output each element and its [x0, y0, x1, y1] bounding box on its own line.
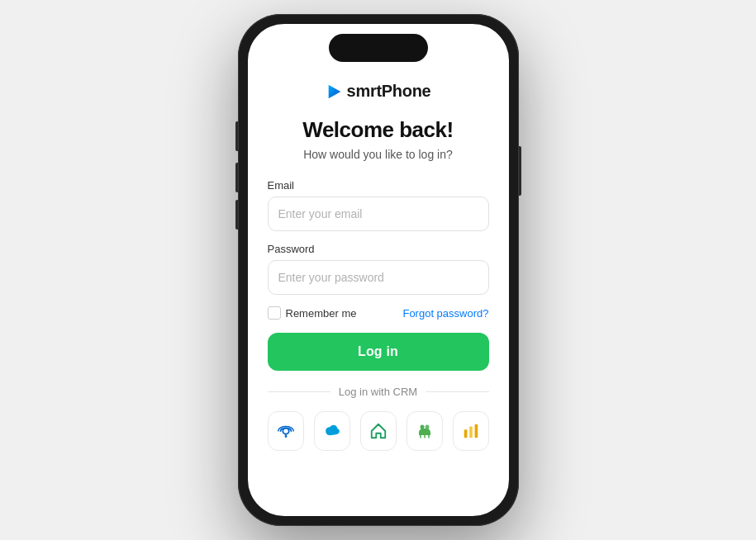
logo-smrt: smrt	[347, 82, 382, 100]
crm-podcast-button[interactable]	[268, 411, 304, 451]
salesforce-icon	[321, 423, 343, 439]
login-button[interactable]: Log in	[268, 333, 489, 371]
svg-rect-8	[474, 424, 478, 438]
crm-divider-label: Log in with CRM	[339, 386, 417, 398]
welcome-subtitle: How would you like to log in?	[303, 148, 453, 161]
logo-icon	[326, 83, 344, 101]
podcast-icon	[277, 422, 295, 440]
crm-salesforce-button[interactable]	[314, 411, 350, 451]
remember-forgot-row: Remember me Forgot password?	[268, 306, 489, 320]
svg-point-4	[420, 425, 424, 429]
logo-text: smrtPhone	[347, 82, 431, 101]
password-label: Password	[268, 243, 489, 255]
forgot-password-link[interactable]: Forgot password?	[402, 307, 488, 320]
login-form: Email Password Remember me Forgot passwo…	[268, 179, 489, 451]
crm-house-button[interactable]	[360, 411, 397, 451]
divider-line-left	[268, 391, 330, 392]
svg-marker-0	[328, 84, 340, 98]
phone-frame: smrtPhone Welcome back! How would you li…	[238, 14, 519, 526]
email-input[interactable]	[268, 197, 489, 231]
password-input[interactable]	[268, 260, 489, 295]
chart-icon	[462, 422, 480, 440]
svg-rect-7	[469, 427, 473, 438]
logo-phone: Phone	[382, 82, 431, 100]
svg-point-5	[425, 425, 429, 429]
crm-bird-button[interactable]	[407, 411, 443, 451]
email-label: Email	[268, 179, 489, 192]
remember-me-label: Remember me	[286, 307, 357, 320]
divider-line-right	[426, 391, 488, 392]
welcome-title: Welcome back!	[302, 117, 453, 143]
phone-screen: smrtPhone Welcome back! How would you li…	[248, 24, 509, 516]
crm-chart-button[interactable]	[453, 411, 489, 451]
bird-icon	[415, 421, 435, 441]
svg-rect-6	[464, 429, 467, 438]
remember-me-group: Remember me	[268, 306, 357, 320]
house-icon	[369, 422, 388, 440]
dynamic-island	[329, 34, 428, 62]
crm-divider: Log in with CRM	[268, 386, 489, 398]
remember-me-checkbox[interactable]	[268, 306, 281, 320]
crm-icons-row	[268, 411, 489, 451]
app-logo: smrtPhone	[326, 82, 431, 101]
screen-content: smrtPhone Welcome back! How would you li…	[248, 24, 509, 467]
